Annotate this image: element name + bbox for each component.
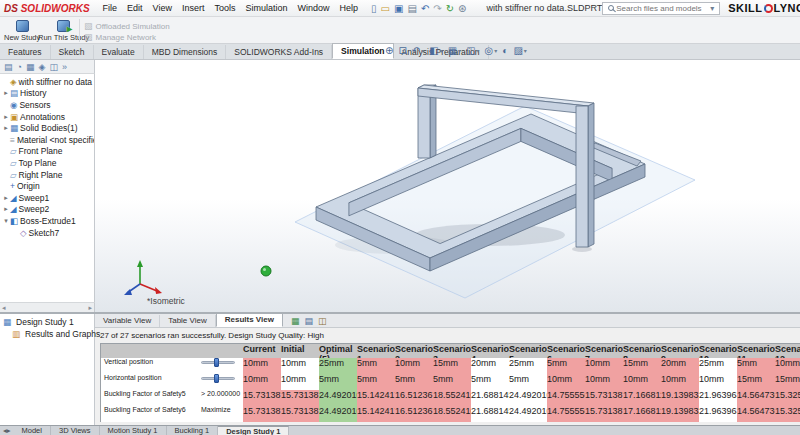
column-header[interactable]: Optimal (5) — [319, 344, 357, 358]
tree-item[interactable]: ▱Right Plane — [0, 169, 94, 181]
result-cell[interactable]: 19.139833 — [661, 406, 699, 422]
results-and-graphs-item[interactable]: ▥ Results and Graphs — [0, 328, 94, 340]
sheet-tab-3d-views[interactable]: 3D Views — [51, 426, 100, 435]
tree-scrollbar[interactable]: ◂▸ — [0, 302, 95, 312]
display-style-icon[interactable]: ◫▾ — [466, 45, 479, 56]
result-cell[interactable]: 20mm — [661, 358, 699, 374]
result-cell[interactable]: 24.492010 — [319, 406, 357, 422]
column-header[interactable]: Scenario 3 — [433, 344, 471, 358]
chevron-down-icon[interactable]: ▾ — [458, 47, 461, 54]
result-cell[interactable]: 14.755556 — [547, 390, 585, 406]
tree-item[interactable]: ▸◢Sweep2 — [0, 204, 94, 216]
configuration-manager-tab-icon[interactable]: ▦ — [26, 62, 35, 72]
tree-item[interactable]: ◉Sensors — [0, 99, 94, 111]
result-cell[interactable]: 17.166811 — [623, 390, 661, 406]
result-cell[interactable]: 5mm — [433, 374, 471, 390]
menu-file[interactable]: File — [98, 2, 123, 14]
menu-help[interactable]: Help — [335, 2, 364, 14]
overflow-chevron-icon[interactable]: » — [62, 62, 67, 72]
results-graph-icon[interactable]: ▤ — [304, 316, 313, 326]
design-study-title-row[interactable]: ▦ Design Study 1 — [0, 316, 94, 328]
result-cell[interactable]: 21.688145 — [471, 390, 509, 406]
tree-item[interactable]: ▸▦Solid Bodies(1) — [0, 122, 94, 134]
view-tab-variable-view[interactable]: Variable View — [95, 315, 160, 327]
result-cell[interactable]: 15mm — [433, 358, 471, 374]
result-cell[interactable]: 19.139833 — [661, 390, 699, 406]
chevron-down-icon[interactable]: ▾ — [421, 47, 424, 54]
result-cell[interactable]: 16.512367 — [395, 390, 433, 406]
expander-icon[interactable]: ▸ — [2, 205, 10, 213]
run-this-study-button[interactable]: ▸ Run This Study — [36, 18, 91, 43]
result-cell[interactable]: 5mm — [357, 374, 395, 390]
save-results-icon[interactable]: ◫ — [318, 316, 327, 326]
result-cell[interactable]: 21.688145 — [471, 406, 509, 422]
sheet-tab-model[interactable]: Model — [14, 426, 51, 435]
result-cell[interactable]: 17.166811 — [623, 406, 661, 422]
result-cell[interactable]: 10mm — [699, 374, 737, 390]
result-cell[interactable]: 15.731387 — [243, 406, 281, 422]
column-header[interactable]: Initial — [281, 344, 319, 358]
options-icon[interactable]: ⊛ — [458, 3, 466, 14]
column-header[interactable]: Scenario 9 — [661, 344, 699, 358]
menu-insert[interactable]: Insert — [177, 2, 210, 14]
column-header[interactable]: Current — [243, 344, 281, 358]
right-post-front[interactable] — [576, 106, 588, 247]
menu-window[interactable]: Window — [293, 2, 335, 14]
chevron-down-icon[interactable]: ▾ — [477, 47, 480, 54]
result-cell[interactable]: 10mm — [243, 374, 281, 390]
result-cell[interactable]: 10mm — [623, 374, 661, 390]
result-cell[interactable]: 25mm — [319, 358, 357, 374]
tree-item[interactable]: ▸▤History — [0, 88, 94, 100]
feature-manager-tab-icon[interactable]: ▤ — [4, 62, 13, 72]
result-cell[interactable]: 15mm — [623, 358, 661, 374]
result-cell[interactable]: 14.564736 — [737, 390, 775, 406]
row-label[interactable]: Buckling Factor of Safety6 — [101, 406, 199, 422]
tab-mbd-dimensions[interactable]: MBD Dimensions — [144, 45, 227, 59]
result-cell[interactable]: 5mm — [319, 374, 357, 390]
edit-appearance-icon[interactable]: ◐ — [502, 45, 508, 56]
result-cell[interactable]: 10mm — [281, 374, 319, 390]
position-slider-cell[interactable] — [199, 358, 243, 374]
slider-thumb[interactable] — [214, 374, 219, 383]
property-manager-tab-icon[interactable]: ◔ — [17, 62, 22, 72]
search-input[interactable] — [616, 4, 708, 13]
sheet-tab-motion-study-1[interactable]: Motion Study 1 — [100, 426, 167, 435]
export-results-icon[interactable]: ▦ — [291, 316, 300, 326]
result-cell[interactable]: 15.731387 — [281, 390, 319, 406]
right-post-side[interactable] — [588, 103, 594, 247]
expander-icon[interactable]: ▸ — [2, 89, 10, 97]
result-cell[interactable]: 5mm — [471, 374, 509, 390]
view-tab-results-view[interactable]: Results View — [216, 314, 283, 327]
result-cell[interactable]: 10mm — [395, 358, 433, 374]
model-canvas[interactable] — [95, 60, 800, 312]
tree-item[interactable]: ▱Top Plane — [0, 157, 94, 169]
result-cell[interactable]: 15.731387 — [243, 390, 281, 406]
column-header[interactable]: Scenario 4 — [471, 344, 509, 358]
tree-scroll-left-icon[interactable]: ◂ — [2, 304, 6, 312]
result-cell[interactable]: 18.552410 — [433, 390, 471, 406]
print-icon[interactable]: ▤ — [407, 3, 416, 14]
result-cell[interactable]: 21.963963 — [699, 390, 737, 406]
apply-scene-icon[interactable]: ▨▾ — [513, 45, 526, 56]
result-cell[interactable]: 14.755556 — [547, 406, 585, 422]
column-header[interactable]: Scenario 2 — [395, 344, 433, 358]
column-header[interactable]: Scenario 8 — [623, 344, 661, 358]
tree-item[interactable]: ▸◢Sweep1 — [0, 192, 94, 204]
result-cell[interactable]: 10mm — [585, 358, 623, 374]
display-manager-tab-icon[interactable]: ◫ — [49, 62, 58, 72]
result-cell[interactable]: 15.325796 — [775, 390, 800, 406]
tab-sketch[interactable]: Sketch — [51, 45, 94, 59]
column-header[interactable]: Scenario 12 — [775, 344, 800, 358]
result-cell[interactable]: 24.492010 — [319, 390, 357, 406]
result-cell[interactable]: 25mm — [509, 358, 547, 374]
expander-icon[interactable]: ▸ — [2, 194, 10, 202]
redo-icon[interactable]: ↷ — [433, 3, 441, 14]
tree-item[interactable]: ◇Sketch7 — [0, 227, 94, 239]
result-cell[interactable]: 16.512367 — [395, 406, 433, 422]
tree-item[interactable]: ▸▣Annotations — [0, 111, 94, 123]
column-header[interactable]: Scenario 10 — [699, 344, 737, 358]
expander-icon[interactable]: ▸ — [2, 113, 10, 121]
result-cell[interactable]: 15mm — [775, 374, 800, 390]
left-post-front[interactable] — [418, 88, 430, 158]
result-cell[interactable]: 20mm — [471, 358, 509, 374]
